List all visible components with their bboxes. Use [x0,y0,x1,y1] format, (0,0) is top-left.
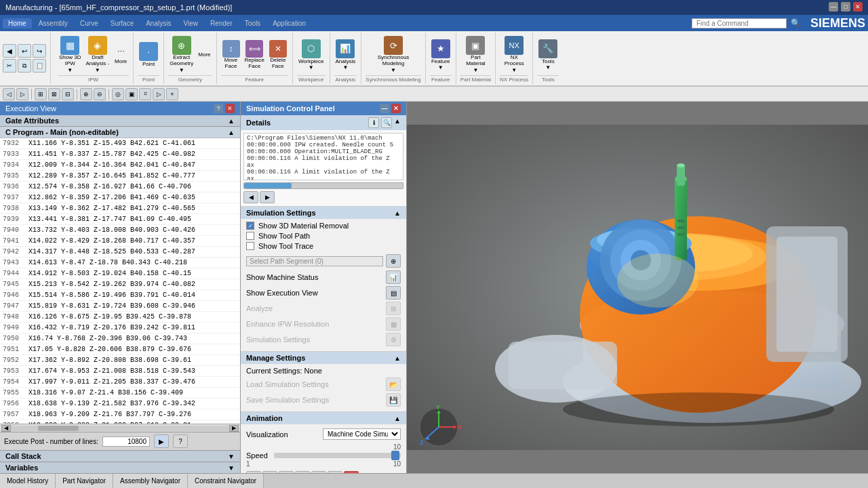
cut-btn[interactable]: ✂ [3,59,16,73]
analyze-icon[interactable]: ⊞ [386,302,401,315]
draft-analysis-icon: ◈ [88,36,107,55]
maximize-btn[interactable]: □ [841,2,850,12]
tab-render[interactable]: Render [205,18,238,28]
tab-application[interactable]: Application [267,18,311,28]
close-window-btn[interactable]: ✕ [853,2,863,12]
status-tab-history[interactable]: Model History [0,474,56,488]
undo-btn[interactable]: ↩ [18,44,31,58]
sub-btn-3[interactable]: ⊞ [35,88,47,100]
point-btn[interactable]: · Point [138,41,159,68]
cb-tool-path[interactable] [246,232,254,240]
tab-surface[interactable]: Surface [105,18,139,28]
sim-settings-btn-icon[interactable]: ⚙ [386,333,401,346]
sim-minimize-btn[interactable]: — [380,104,389,113]
sync-modeling-btn[interactable]: ⟳ SynchronousModeling ▼ [376,35,411,75]
show-3d-ipw-btn[interactable]: ▦ Show 3DIPW ▼ [58,35,82,75]
details-info-btn[interactable]: ℹ [368,117,379,128]
analysis-btn[interactable]: 📊 Analysis ▼ [334,38,357,72]
sub-btn-4[interactable]: ⊠ [48,88,60,100]
gate-attrs-header[interactable]: Gate Attributes ▲ [0,115,240,127]
select-path-segment[interactable]: Select Path Segment (0) [246,256,383,266]
enhance-ipw-icon[interactable]: ▦ [386,317,401,331]
sub-btn-9[interactable]: ▣ [125,88,138,100]
execution-view-icon[interactable]: ▤ [386,286,401,300]
h-scrollbar[interactable]: ◀ ▶ [0,424,240,432]
scroll-left-btn[interactable]: ◀ [1,425,11,432]
details-next-btn[interactable]: ▶ [260,191,275,203]
execute-post-input[interactable] [102,436,150,447]
execution-view-controls: ? ✕ [214,104,235,113]
speed-slider-track[interactable] [274,453,401,458]
cprogram-header[interactable]: C Program - Main (non-editable) ▲ [0,127,240,138]
save-settings-icon[interactable]: 💾 [386,393,401,407]
select-path-icon-btn[interactable]: ⊕ [386,254,401,268]
sub-btn-8[interactable]: ◎ [112,88,124,100]
redo-btn[interactable]: ↪ [33,44,46,58]
help-btn[interactable]: ? [214,104,223,113]
sim-close-btn[interactable]: ✕ [391,104,401,113]
sync-icon: ⟳ [384,36,403,55]
load-settings-icon[interactable]: 📂 [386,378,401,391]
tab-view[interactable]: View [178,18,203,28]
workpiece-btn[interactable]: ⬡ Workpiece ▼ [297,38,326,72]
back-btn[interactable]: ◀ [3,44,16,58]
replace-face-btn[interactable]: ⟺ ReplaceFace [243,39,266,71]
sub-btn-6[interactable]: ⊕ [80,88,92,100]
animation-header[interactable]: Animation ▲ [241,412,406,424]
execute-post-run-btn[interactable]: ▶ [154,434,169,448]
copy-btn[interactable]: ⧉ [18,59,31,73]
draft-analysis-btn[interactable]: ◈ DraftAnalysis - ▼ [84,35,111,75]
close-exec-btn[interactable]: ✕ [225,104,235,113]
sub-btn-1[interactable]: ◁ [3,88,15,100]
tab-assembly[interactable]: Assembly [33,18,73,28]
execute-post-help-btn[interactable]: ? [173,434,188,448]
extract-geometry-btn[interactable]: ⊕ ExtractGeometry ▼ [168,35,195,75]
callstack-header[interactable]: Call Stack ▼ [0,450,240,462]
nx-process-btn[interactable]: NX NXProcess ▼ [503,35,526,75]
tab-analysis[interactable]: Analysis [140,18,176,28]
tab-tools[interactable]: Tools [239,18,266,28]
tools-btn[interactable]: 🔧 Tools ▼ [537,38,559,72]
sub-btn-10[interactable]: ⌗ [139,88,151,100]
move-face-btn[interactable]: ↕ MoveFace [221,39,241,71]
more-geometry-btn[interactable]: More [197,50,212,59]
feature-btn[interactable]: ★ Feature ▼ [430,38,452,72]
manage-settings-header[interactable]: Manage Settings ▲ [241,352,406,364]
nx-process-label: NXProcess [505,55,524,67]
line-number: 7934 [3,161,28,169]
status-tab-constraint[interactable]: Constraint Navigator [188,474,264,488]
status-tab-part[interactable]: Part Navigator [56,474,113,488]
status-tab-assembly[interactable]: Assembly Navigator [113,474,188,488]
find-command-input[interactable] [692,18,787,28]
speed-container: 10 Speed 1 10 [246,443,401,468]
search-icon[interactable]: 🔍 [788,18,804,28]
sub-btn-2[interactable]: ▷ [16,88,28,100]
variables-header[interactable]: Variables ▼ [0,462,240,473]
details-prev-btn[interactable]: ◀ [243,191,258,203]
paste-btn[interactable]: 📋 [33,59,46,73]
details-section: Details ℹ 🔍 ▲ C:\Program Files\Siemens\N… [241,115,406,207]
details-header[interactable]: Details ℹ 🔍 ▲ [241,115,406,130]
part-material-btn[interactable]: ▣ PartMaterial ▼ [465,35,486,75]
visualization-select[interactable]: Machine Code Simu [323,428,401,440]
tab-curve[interactable]: Curve [75,18,104,28]
speed-slider-thumb[interactable] [391,451,399,460]
sub-btn-7[interactable]: ⊖ [94,88,106,100]
scroll-thumb[interactable] [38,426,79,431]
delete-face-btn[interactable]: ✕ DeleteFace [268,39,288,71]
scroll-right-btn[interactable]: ▶ [229,425,239,432]
more-ipw-btn[interactable]: ⋯ More [113,43,129,66]
details-search-btn[interactable]: 🔍 [381,117,392,128]
cb-3d-material[interactable]: ✓ [246,222,254,230]
sub-btn-11[interactable]: ▷ [153,88,165,100]
minimize-btn[interactable]: — [829,2,838,12]
extract-arrow: ▼ [179,67,184,73]
sim-settings-header[interactable]: Simulation Settings ▲ [241,207,406,219]
cb-tool-trace[interactable] [246,242,254,250]
analysis-group-label: Analysis [334,75,357,83]
sub-btn-5[interactable]: ⊟ [62,88,74,100]
tab-home[interactable]: Home [3,18,32,28]
details-collapse-arrow[interactable]: ▲ [394,117,401,128]
sub-btn-12[interactable]: + [166,88,178,100]
machine-status-icon[interactable]: 📊 [386,270,401,284]
